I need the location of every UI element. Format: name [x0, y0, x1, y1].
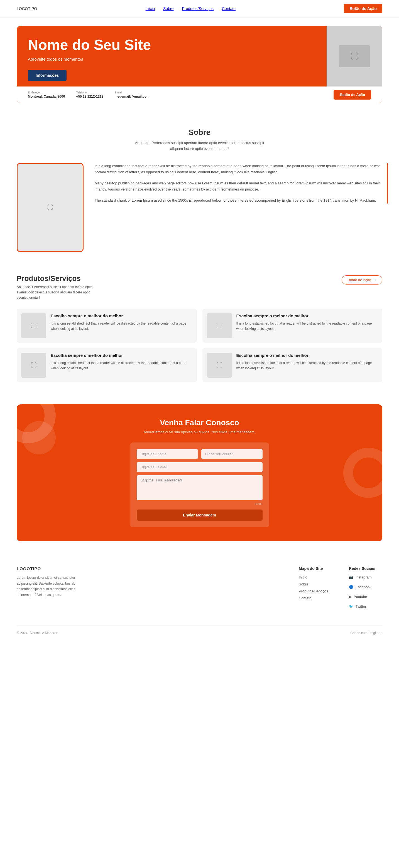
hero-info-button[interactable]: Informações	[28, 70, 66, 81]
nav-links: InícioSobreProdutos/ServiçosContato	[146, 6, 235, 11]
message-textarea[interactable]	[137, 475, 262, 500]
sobre-text: It is a long established fact that a rea…	[95, 163, 382, 204]
hero-address: Endereço Montreal, Canada, 3000	[28, 91, 65, 98]
footer-sitemap-link[interactable]: Produtos/Serviços	[299, 589, 332, 593]
bg-circle-3	[343, 448, 382, 498]
phone-input[interactable]	[201, 449, 262, 459]
hero-title: Nome do Seu Site	[28, 37, 315, 53]
produto-image-placeholder: ⛶	[207, 313, 232, 338]
bg-circle-2	[22, 421, 56, 455]
produto-info: Escolha sempre o melhor do melhor It is …	[236, 313, 378, 332]
image-icon: ⛶	[216, 362, 223, 369]
hero-top: Nome do Seu Site Aproveite todos os mome…	[17, 26, 382, 87]
produto-desc: It is a long established fact that a rea…	[236, 321, 378, 332]
produtos-action-button[interactable]: Botão de Ação →	[342, 275, 382, 284]
nav-link[interactable]: Contato	[222, 6, 235, 11]
sobre-image-placeholder: ⛶	[17, 163, 84, 252]
produtos-grid: ⛶ Escolha sempre o melhor do melhor It i…	[17, 309, 382, 382]
hero-image-placeholder: ⛶	[339, 45, 370, 67]
hero-email: E-mail meuemail@email.com	[114, 91, 149, 98]
image-icon: ⛶	[216, 322, 223, 329]
contato-title: Venha Falar Conosco	[28, 418, 371, 427]
hero-bottom: Endereço Montreal, Canada, 3000 Telefone…	[17, 87, 382, 103]
hero-image-area: ⛶	[326, 26, 382, 87]
social-icon: ▶	[349, 595, 352, 599]
nav-link[interactable]: Produtos/Serviços	[182, 6, 213, 11]
social-icon: 📷	[349, 575, 353, 579]
hero-phone: Telefone +55 12 1212-1212	[76, 91, 103, 98]
contato-section: Venha Falar Conosco Adoraríamos ouvir su…	[17, 404, 382, 541]
social-label: Facebook	[355, 585, 371, 589]
produto-name: Escolha sempre o melhor do melhor	[51, 313, 192, 319]
footer-description: Lorem ipsum dolor sit amet consectetur a…	[17, 575, 78, 598]
footer-social-item[interactable]: ▶ Youtube	[349, 595, 382, 601]
contato-form: 0/500 Enviar Mensagem	[130, 442, 269, 527]
footer-logo: LOGOTIPO	[17, 566, 78, 571]
hero-section: Nome do Seu Site Aproveite todos os mome…	[17, 26, 382, 103]
navbar: LOGOTIPO InícioSobreProdutos/ServiçosCon…	[0, 0, 399, 18]
footer-social-title: Redes Sociais	[349, 566, 382, 571]
produto-info: Escolha sempre o melhor do melhor It is …	[51, 313, 192, 332]
char-count: 0/500	[137, 502, 262, 506]
footer-social-item[interactable]: 🐦 Twitter	[349, 604, 382, 611]
footer-social-item[interactable]: 🔵 Facebook	[349, 585, 382, 592]
produto-name: Escolha sempre o melhor do melhor	[51, 353, 192, 358]
produto-desc: It is a long established fact that a rea…	[51, 321, 192, 332]
footer-sitemap: Mapa do Site InícioSobreProdutos/Serviço…	[299, 566, 332, 614]
produto-info: Escolha sempre o melhor do melhor It is …	[236, 353, 378, 371]
produto-image-placeholder: ⛶	[21, 353, 46, 378]
sobre-title: Sobre	[17, 128, 382, 137]
footer-brand: LOGOTIPO Lorem ipsum dolor sit amet cons…	[17, 566, 78, 614]
social-icon: 🔵	[349, 585, 353, 589]
footer-sitemap-link[interactable]: Sobre	[299, 582, 332, 586]
nav-logo: LOGOTIPO	[17, 6, 37, 11]
footer-top: LOGOTIPO Lorem ipsum dolor sit amet cons…	[17, 566, 382, 625]
hero-bottom-cta-button[interactable]: Botão de Ação	[334, 90, 371, 99]
produtos-section: Produtos/Serviços Ab, unde. Perferendis …	[0, 263, 399, 394]
name-input[interactable]	[137, 449, 198, 459]
contato-subtitle: Adoraríamos ouvir sua opinião ou dúvida.…	[28, 430, 371, 434]
produto-desc: It is a long established fact that a rea…	[51, 361, 192, 371]
sobre-paragraph: The standard chunk of Lorem Ipsum used s…	[95, 197, 382, 204]
form-row-1	[137, 449, 262, 459]
produtos-header-left: Produtos/Serviços Ab, unde. Perferendis …	[17, 274, 95, 301]
social-label: Instagram	[355, 575, 372, 579]
sobre-paragraph: Many desktop publishing packages and web…	[95, 180, 382, 192]
sobre-subtitle: Ab, unde. Perferendis suscipit aperiam f…	[130, 140, 269, 152]
footer-bottom: © 2024 · Versátil e Moderno Criado com P…	[17, 631, 382, 635]
footer-spacer	[95, 566, 282, 614]
nav-link[interactable]: Sobre	[163, 6, 173, 11]
hero-subtitle: Aproveite todos os momentos	[28, 57, 315, 61]
image-icon: ⛶	[31, 362, 37, 369]
produto-card: ⛶ Escolha sempre o melhor do melhor It i…	[17, 348, 197, 382]
sobre-section: Sobre Ab, unde. Perferendis suscipit ape…	[0, 111, 399, 263]
footer-social-item[interactable]: 📷 Instagram	[349, 575, 382, 582]
form-row-2	[137, 462, 262, 472]
nav-cta-button[interactable]: Botão de Ação	[344, 4, 382, 13]
footer-credit: Criado com Polgi.app	[350, 631, 382, 635]
email-input[interactable]	[137, 462, 262, 472]
social-label: Youtube	[354, 595, 367, 599]
nav-link[interactable]: Início	[146, 6, 155, 11]
produtos-subtitle: Ab, unde. Perferendis suscipit aperiam f…	[17, 284, 95, 301]
image-icon: ⛶	[31, 322, 37, 329]
produto-info: Escolha sempre o melhor do melhor It is …	[51, 353, 192, 371]
social-icon: 🐦	[349, 604, 353, 609]
footer-social: Redes Sociais 📷 Instagram 🔵 Facebook ▶ Y…	[349, 566, 382, 614]
footer-copyright: © 2024 · Versátil e Moderno	[17, 631, 58, 635]
produtos-header: Produtos/Serviços Ab, unde. Perferendis …	[17, 274, 382, 301]
footer-sitemap-link[interactable]: Contato	[299, 596, 332, 600]
produto-image-placeholder: ⛶	[21, 313, 46, 338]
sobre-content: ⛶ It is a long established fact that a r…	[17, 163, 382, 252]
submit-button[interactable]: Enviar Mensagem	[137, 509, 262, 521]
image-icon: ⛶	[47, 204, 53, 211]
footer-sitemap-link[interactable]: Início	[299, 575, 332, 579]
produto-card: ⛶ Escolha sempre o melhor do melhor It i…	[202, 348, 382, 382]
produto-card: ⛶ Escolha sempre o melhor do melhor It i…	[17, 309, 197, 343]
social-label: Twitter	[355, 604, 366, 609]
produto-desc: It is a long established fact that a rea…	[236, 361, 378, 371]
footer: LOGOTIPO Lorem ipsum dolor sit amet cons…	[0, 552, 399, 641]
footer-sitemap-title: Mapa do Site	[299, 566, 332, 571]
produto-image-placeholder: ⛶	[207, 353, 232, 378]
arrow-icon: →	[373, 278, 376, 282]
